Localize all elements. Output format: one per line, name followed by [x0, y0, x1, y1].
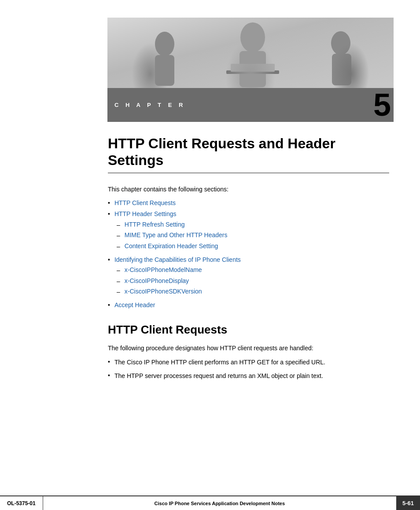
dash-3-1: –	[117, 267, 120, 274]
chapter-banner: C H A P T E R 5	[107, 88, 394, 122]
chapter-header: C H A P T E R 5	[0, 9, 420, 122]
toc-link-content-expiration[interactable]: Content Expiration Header Setting	[125, 242, 218, 251]
page-footer: OL-5375-01 Cisco IP Phone Services Appli…	[0, 495, 420, 510]
svg-rect-1	[107, 18, 394, 88]
toc-subitem-2-3: – Content Expiration Header Setting	[117, 242, 227, 251]
body-bullet-2: •	[108, 371, 110, 380]
chapter-image	[107, 18, 394, 88]
dash-3-3: –	[117, 288, 120, 295]
chapter-number: 5	[373, 91, 391, 119]
svg-rect-7	[332, 54, 351, 85]
dash-2-2: –	[117, 232, 120, 239]
toc-subitem-2-2: – MIME Type and Other HTTP Headers	[117, 231, 227, 240]
toc-link-accept-header[interactable]: Accept Header	[114, 301, 155, 310]
bullet-1: •	[108, 199, 110, 208]
toc-link-http-header-settings[interactable]: HTTP Header Settings	[114, 210, 177, 219]
bullet-3: •	[108, 256, 110, 264]
toc-item-3: • Identifying the Capabilities of IP Pho…	[108, 256, 389, 298]
chapter-label: C H A P T E R	[114, 102, 185, 108]
dash-3-2: –	[117, 278, 120, 285]
toc-sublist-2: – HTTP Refresh Setting – MIME Type and O…	[117, 220, 227, 253]
section1-bullets: • The Cisco IP Phone HTTP client perform…	[108, 358, 389, 381]
toc-subitem-3-3: – x-CiscoIPPhoneSDKVersion	[117, 287, 202, 296]
dash-2-3: –	[117, 243, 120, 250]
toc-list: • HTTP Client Requests • HTTP Header Set…	[108, 199, 389, 310]
toc-sublist-3: – x-CiscoIPPhoneModelName – x-CiscoIPPho…	[117, 266, 202, 298]
svg-point-4	[240, 22, 265, 52]
toc-link-model-name[interactable]: x-CiscoIPPhoneModelName	[125, 266, 202, 275]
section1-bullet-1-text: The Cisco IP Phone HTTP client performs …	[114, 358, 325, 367]
body-bullet-1: •	[108, 358, 110, 367]
page-title: HTTP Client Requests and Header Settings	[108, 135, 389, 169]
main-content: HTTP Client Requests and Header Settings…	[0, 122, 420, 495]
toc-subitem-2-1: – HTTP Refresh Setting	[117, 220, 227, 229]
footer-doc-number: OL-5375-01	[0, 496, 43, 510]
bullet-4: •	[108, 301, 110, 310]
section1-bullet-2-text: The HTPP server processes request and re…	[114, 371, 323, 381]
svg-point-6	[331, 31, 350, 55]
toc-subitem-3-1: – x-CiscoIPPhoneModelName	[117, 266, 202, 275]
svg-point-2	[155, 32, 174, 56]
page: C H A P T E R 5 HTTP Client Requests and…	[0, 0, 420, 510]
toc-item-4: • Accept Header	[108, 301, 389, 310]
section1-bullet-1: • The Cisco IP Phone HTTP client perform…	[108, 358, 389, 367]
svg-rect-0	[107, 18, 394, 88]
toc-link-phone-display[interactable]: x-CiscoIPPhoneDisplay	[125, 277, 189, 286]
toc-subitem-3-2: – x-CiscoIPPhoneDisplay	[117, 277, 202, 286]
toc-link-http-client-requests[interactable]: HTTP Client Requests	[114, 199, 176, 208]
svg-rect-3	[155, 55, 174, 86]
toc-link-identifying-capabilities[interactable]: Identifying the Capabilities of IP Phone…	[114, 256, 241, 264]
footer-page-number: 5-61	[396, 496, 420, 510]
toc-item-2: • HTTP Header Settings – HTTP Refresh Se…	[108, 210, 389, 253]
svg-rect-8	[226, 70, 279, 74]
intro-text: This chapter contains the following sect…	[108, 186, 389, 193]
section1-heading: HTTP Client Requests	[108, 323, 389, 337]
toc-item-1: • HTTP Client Requests	[108, 199, 389, 208]
footer-title: Cisco IP Phone Services Application Deve…	[43, 496, 396, 510]
toc-link-mime-type[interactable]: MIME Type and Other HTTP Headers	[125, 231, 228, 240]
bullet-2: •	[108, 210, 110, 219]
section1-intro: The following procedure designates how H…	[108, 345, 389, 352]
dash-2-1: –	[117, 221, 120, 228]
title-divider	[108, 172, 389, 173]
toc-link-http-refresh[interactable]: HTTP Refresh Setting	[125, 220, 185, 229]
svg-rect-9	[231, 64, 275, 72]
section1-bullet-2: • The HTPP server processes request and …	[108, 371, 389, 381]
toc-link-sdk-version[interactable]: x-CiscoIPPhoneSDKVersion	[125, 287, 202, 296]
svg-rect-5	[239, 51, 266, 87]
